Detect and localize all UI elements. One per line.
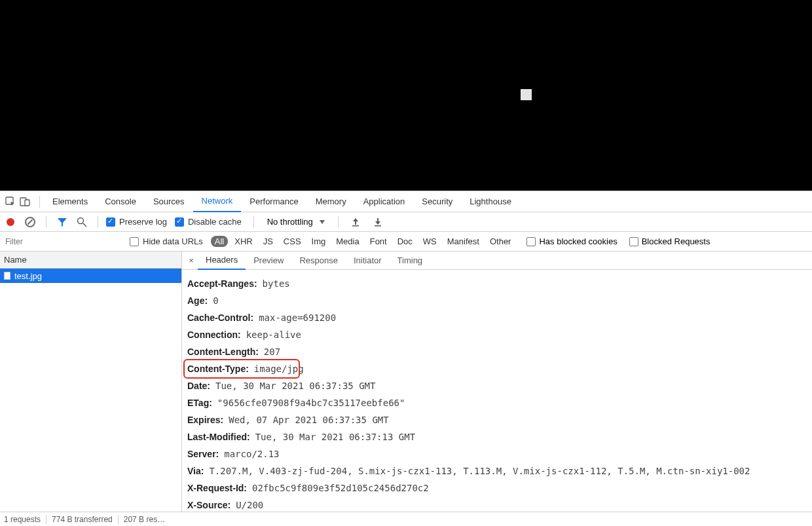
header-name: Accept-Ranges: [187,278,257,290]
header-row: Cache-Control:max-age=691200 [187,309,812,326]
header-name: Server: [187,448,219,460]
filter-type-manifest[interactable]: Manifest [443,236,483,247]
detail-tab-timing[interactable]: Timing [390,252,431,270]
svg-rect-5 [352,225,359,227]
main-tab-row: ElementsConsoleSourcesNetworkPerformance… [0,191,812,212]
header-name: Via: [187,465,204,477]
header-value: keep-alive [246,329,301,341]
header-name: Expires: [187,414,223,426]
filter-type-ws[interactable]: WS [419,236,441,247]
header-row: Server:marco/2.13 [187,445,812,462]
filter-type-all[interactable]: All [211,236,228,247]
search-icon[interactable] [77,217,87,227]
tab-lighthouse[interactable]: Lighthouse [461,191,520,212]
loaded-image [521,89,532,100]
filter-type-doc[interactable]: Doc [394,236,416,247]
header-value: Tue, 30 Mar 2021 06:37:13 GMT [255,431,415,443]
request-name: test.jpg [14,271,42,281]
tab-elements[interactable]: Elements [44,191,96,212]
tab-console[interactable]: Console [96,191,145,212]
header-name: X-Source: [187,499,231,511]
header-name: ETag: [187,397,212,409]
blocked-cookies-checkbox[interactable] [526,237,536,246]
header-value: U/200 [236,499,263,511]
header-name: Cache-Control: [187,312,253,324]
network-toolbar: Preserve log Disable cache No throttling [0,212,812,232]
inspect-icon[interactable] [5,197,16,207]
request-list-pane: Name test.jpg [0,252,182,512]
tab-network[interactable]: Network [193,191,242,212]
column-header-name[interactable]: Name [0,252,181,269]
header-name: X-Request-Id: [187,482,247,494]
disable-cache-checkbox[interactable] [175,217,184,227]
record-button[interactable] [7,218,14,226]
request-row[interactable]: test.jpg [0,269,181,283]
header-row: X-Source:U/200 [187,497,812,512]
header-value: 02fbc5c9f809e3f52d105c2456d270c2 [252,482,429,494]
header-row: Connection:keep-alive [187,326,812,343]
preserve-log-checkbox[interactable] [106,217,115,227]
filter-bar: Hide data URLs AllXHRJSCSSImgMediaFontDo… [0,232,812,252]
detail-tab-response[interactable]: Response [291,252,346,270]
separator [338,216,339,228]
header-name: Last-Modified: [187,431,250,443]
separator [39,196,40,208]
request-detail-pane: × HeadersPreviewResponseInitiatorTiming … [182,252,812,512]
filter-type-other[interactable]: Other [486,236,515,247]
filter-type-img[interactable]: Img [308,236,330,247]
header-row: Via:T.207.M, V.403-zj-fud-204, S.mix-js-… [187,462,812,479]
headers-body: Accept-Ranges:bytesAge:0Cache-Control:ma… [182,270,812,512]
upload-har-icon[interactable] [350,217,361,227]
header-value: Wed, 07 Apr 2021 06:37:35 GMT [229,414,388,426]
separator [98,216,98,228]
status-requests: 1 requests [4,515,41,524]
hide-data-urls-checkbox[interactable] [130,237,139,246]
header-value: bytes [263,278,290,290]
svg-rect-6 [375,225,381,227]
filter-type-js[interactable]: JS [259,236,277,247]
detail-tab-preview[interactable]: Preview [246,252,291,270]
header-value: Tue, 30 Mar 2021 06:37:35 GMT [215,380,375,392]
disable-cache-label: Disable cache [188,217,242,227]
svg-point-3 [78,217,84,223]
header-row: Accept-Ranges:bytes [187,275,812,292]
header-row: Content-Length:207 [187,343,812,360]
filter-input[interactable] [1,235,126,249]
header-value: T.207.M, V.403-zj-fud-204, S.mix-js-czx1… [209,465,750,477]
throttling-dropdown[interactable]: No throttling [262,217,330,227]
header-value: "9656cfe07908f9a4bc7c35117eebfe66" [217,397,405,409]
filter-type-media[interactable]: Media [332,236,363,247]
blocked-requests-checkbox[interactable] [629,237,638,246]
device-toolbar-icon[interactable] [20,197,30,207]
header-name: Content-Length: [187,346,259,358]
chevron-down-icon [320,220,325,224]
tab-application[interactable]: Application [355,191,414,212]
clear-button[interactable] [25,217,35,227]
header-value: 0 [213,295,218,307]
header-name: Connection: [187,329,241,341]
header-row: ETag:"9656cfe07908f9a4bc7c35117eebfe66" [187,394,812,411]
throttling-value: No throttling [267,217,313,227]
detail-tab-headers[interactable]: Headers [198,252,246,270]
blocked-requests-label: Blocked Requests [642,236,710,246]
file-icon [4,272,10,280]
filter-type-xhr[interactable]: XHR [231,236,256,247]
header-row: Content-Type:image/jpg [187,360,812,377]
network-split: Name test.jpg × HeadersPreviewResponseIn… [0,252,812,512]
tab-sources[interactable]: Sources [145,191,193,212]
tab-memory[interactable]: Memory [307,191,355,212]
preserve-log-label: Preserve log [119,217,167,227]
close-icon[interactable]: × [185,255,198,265]
blocked-cookies-label: Has blocked cookies [539,236,617,246]
filter-type-css[interactable]: CSS [280,236,305,247]
status-resources: 207 B res… [124,515,165,524]
page-viewport [0,0,812,191]
header-row: Age:0 [187,292,812,309]
download-har-icon[interactable] [373,217,383,227]
separator [46,216,46,228]
tab-security[interactable]: Security [413,191,461,212]
filter-type-font[interactable]: Font [366,236,391,247]
detail-tab-initiator[interactable]: Initiator [346,252,390,270]
filter-toggle-icon[interactable] [57,217,67,227]
tab-performance[interactable]: Performance [241,191,306,212]
